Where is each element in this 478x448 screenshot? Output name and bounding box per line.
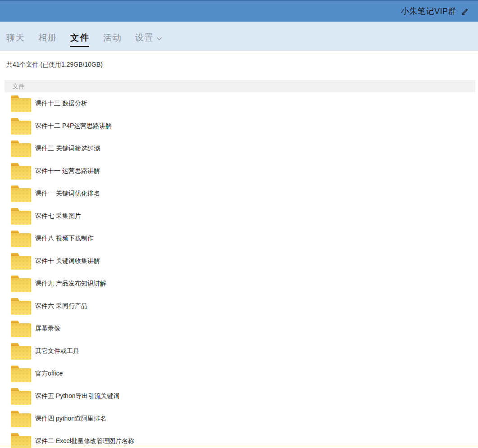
folder-icon xyxy=(11,276,31,292)
folder-icon xyxy=(11,411,31,427)
folder-icon xyxy=(11,163,31,180)
file-count-summary: 共41个文件 (已使用1.29GB/10GB) xyxy=(6,61,478,69)
folder-icon xyxy=(11,253,31,270)
folder-name: 课件九 产品发布知识讲解 xyxy=(35,280,106,288)
tab-files[interactable]: 文件 xyxy=(70,22,90,51)
table-row[interactable]: 课件九 产品发布知识讲解 xyxy=(5,272,475,295)
folder-name: 课件七 采集图片 xyxy=(35,212,81,220)
folder-icon xyxy=(11,343,31,360)
folder-name: 课件三 关键词筛选过滤 xyxy=(35,145,100,153)
table-header-row: 文件 xyxy=(5,80,475,92)
chevron-down-icon xyxy=(156,33,162,43)
folder-name: 课件四 python查阿里排名 xyxy=(35,415,106,423)
tab-album[interactable]: 相册 xyxy=(38,22,57,51)
folder-list: 课件十三 数据分析课件十二 P4P运营思路讲解课件三 关键词筛选过滤课件十一 运… xyxy=(5,92,475,448)
folder-name: 课件一 关键词优化排名 xyxy=(35,190,100,198)
table-row[interactable]: 课件八 视频下载制作 xyxy=(5,227,475,250)
folder-icon xyxy=(11,208,31,225)
tab-settings[interactable]: 设置 xyxy=(135,22,162,51)
folder-icon xyxy=(11,95,31,112)
table-row[interactable]: 官方office xyxy=(5,362,475,385)
table-row[interactable]: 课件十 关键词收集讲解 xyxy=(5,250,475,272)
group-title-bar: 小朱笔记VIP群 xyxy=(0,0,478,22)
group-title: 小朱笔记VIP群 xyxy=(401,6,456,17)
folder-name: 官方office xyxy=(35,370,63,378)
tab-chat[interactable]: 聊天 xyxy=(6,22,25,51)
table-row[interactable]: 课件三 关键词筛选过滤 xyxy=(5,137,475,160)
table-row[interactable]: 课件二 Excel批量修改管理图片名称 xyxy=(5,430,475,448)
table-row[interactable]: 课件十三 数据分析 xyxy=(5,92,475,115)
tab-label: 活动 xyxy=(103,32,122,44)
table-header-label: 文件 xyxy=(13,82,24,91)
tab-activity[interactable]: 活动 xyxy=(103,22,122,51)
folder-name: 课件十三 数据分析 xyxy=(35,100,87,108)
file-table: 文件 课件十三 数据分析课件十二 P4P运营思路讲解课件三 关键词筛选过滤课件十… xyxy=(5,80,475,448)
tab-label: 设置 xyxy=(135,32,154,44)
tab-label: 相册 xyxy=(38,32,57,44)
table-row[interactable]: 课件一 关键词优化排名 xyxy=(5,182,475,205)
folder-name: 课件十 关键词收集讲解 xyxy=(35,257,100,265)
table-row[interactable]: 课件六 采同行产品 xyxy=(5,295,475,317)
pencil-icon[interactable] xyxy=(460,7,469,15)
folder-name: 课件十二 P4P运营思路讲解 xyxy=(35,122,112,130)
tab-label: 文件 xyxy=(70,32,90,44)
folder-icon xyxy=(11,118,31,135)
tab-label: 聊天 xyxy=(6,32,25,44)
folder-name: 屏幕录像 xyxy=(35,325,60,333)
folder-name: 课件五 Python导出引流关键词 xyxy=(35,392,119,400)
folder-icon xyxy=(11,231,31,247)
tab-bar: 聊天相册文件活动设置 xyxy=(0,22,478,51)
folder-icon xyxy=(11,366,31,382)
folder-icon xyxy=(11,140,31,157)
table-row[interactable]: 其它文件或工具 xyxy=(5,340,475,362)
table-row[interactable]: 课件四 python查阿里排名 xyxy=(5,407,475,430)
table-row[interactable]: 课件十一 运营思路讲解 xyxy=(5,160,475,182)
folder-name: 课件十一 运营思路讲解 xyxy=(35,167,100,175)
table-row[interactable]: 屏幕录像 xyxy=(5,317,475,340)
folder-name: 课件八 视频下载制作 xyxy=(35,235,94,243)
table-row[interactable]: 课件七 采集图片 xyxy=(5,205,475,227)
folder-icon xyxy=(11,388,31,405)
bottom-accent-line xyxy=(0,446,478,446)
table-row[interactable]: 课件五 Python导出引流关键词 xyxy=(5,385,475,407)
folder-name: 课件二 Excel批量修改管理图片名称 xyxy=(35,437,134,445)
folder-icon xyxy=(11,186,31,202)
folder-name: 课件六 采同行产品 xyxy=(35,302,87,310)
table-row[interactable]: 课件十二 P4P运营思路讲解 xyxy=(5,115,475,137)
folder-icon xyxy=(11,321,31,337)
folder-icon xyxy=(11,298,31,315)
folder-name: 其它文件或工具 xyxy=(35,347,79,355)
